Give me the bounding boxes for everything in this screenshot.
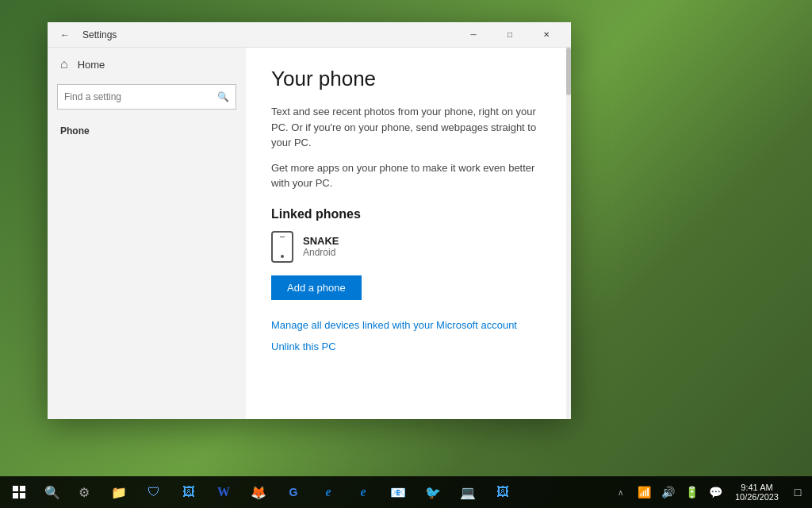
sidebar-search-box[interactable]: 🔍 — [57, 84, 236, 110]
manage-devices-link[interactable]: Manage all devices linked with your Micr… — [271, 319, 546, 331]
search-input[interactable] — [64, 91, 213, 102]
page-title: Your phone — [271, 67, 546, 91]
description-1: Text and see recent photos from your pho… — [271, 104, 546, 151]
close-button[interactable]: ✕ — [528, 22, 565, 48]
taskbar-photos-icon[interactable]: 🖼 — [171, 476, 206, 508]
window-titlebar: ← Settings ─ □ ✕ — [48, 22, 571, 48]
window-title: Settings — [82, 29, 455, 40]
tray-expand-icon[interactable]: ∧ — [610, 476, 632, 508]
sidebar-home-item[interactable]: ⌂ Home — [48, 48, 246, 81]
taskbar-settings-icon[interactable]: ⚙ — [67, 476, 102, 508]
phone-name: SNAKE — [303, 235, 339, 247]
unlink-pc-link[interactable]: Unlink this PC — [271, 341, 546, 352]
phone-entry: SNAKE Android — [271, 231, 546, 263]
window-body: ⌂ Home 🔍 Phone Your phone Text and see r… — [48, 48, 571, 419]
settings-window: ← Settings ─ □ ✕ ⌂ Home 🔍 Phone — [48, 22, 571, 419]
taskbar-search-icon: 🔍 — [44, 485, 60, 500]
linked-phones-title: Linked phones — [271, 207, 546, 221]
scrollbar-thumb[interactable] — [566, 48, 571, 95]
taskbar-word-icon[interactable]: W — [206, 476, 241, 508]
sidebar-section-phone: Phone — [48, 119, 246, 140]
sidebar: ⌂ Home 🔍 Phone — [48, 48, 246, 419]
back-button[interactable]: ← — [54, 24, 76, 46]
search-icon: 🔍 — [217, 91, 229, 102]
clock-date: 10/26/2023 — [735, 492, 779, 502]
sidebar-home-label: Home — [78, 59, 105, 71]
taskbar: 🔍 ⚙ 📁 🛡 🖼 W 🦊 G e e 📧 🐦 💻 🖼 ∧ 📶 🔊 🔋 💬 9:… — [0, 476, 812, 508]
back-icon: ← — [60, 29, 70, 40]
add-phone-button[interactable]: Add a phone — [271, 275, 362, 300]
home-icon: ⌂ — [60, 57, 68, 71]
taskbar-security-icon[interactable]: 🛡 — [136, 476, 171, 508]
taskbar-explorer-icon[interactable]: 📁 — [102, 476, 136, 508]
taskbar-app-icons: ⚙ 📁 🛡 🖼 W 🦊 G e e 📧 🐦 💻 🖼 — [67, 476, 610, 508]
taskbar-twitter-icon[interactable]: 🐦 — [416, 476, 450, 508]
taskbar-edge2-icon[interactable]: e — [346, 476, 381, 508]
tray-network-icon[interactable]: 📶 — [634, 476, 656, 508]
window-controls: ─ □ ✕ — [455, 22, 565, 48]
system-clock[interactable]: 9:41 AM 10/26/2023 — [729, 476, 785, 508]
main-content: Your phone Text and see recent photos fr… — [246, 48, 571, 419]
phone-icon — [271, 231, 293, 263]
taskbar-firefox-icon[interactable]: 🦊 — [241, 476, 276, 508]
taskbar-terminal-icon[interactable]: 💻 — [450, 476, 485, 508]
windows-icon — [13, 486, 25, 498]
system-tray: ∧ 📶 🔊 🔋 💬 9:41 AM 10/26/2023 □ — [610, 476, 812, 508]
description-2: Get more apps on your phone to make it w… — [271, 160, 546, 191]
tray-message-icon[interactable]: 💬 — [705, 476, 727, 508]
taskbar-edge-icon[interactable]: e — [311, 476, 346, 508]
tray-notification-icon[interactable]: □ — [787, 476, 809, 508]
taskbar-chrome-icon[interactable]: G — [276, 476, 311, 508]
phone-info: SNAKE Android — [303, 235, 339, 258]
tray-volume-icon[interactable]: 🔊 — [657, 476, 680, 508]
start-button[interactable] — [0, 476, 38, 508]
maximize-button[interactable]: □ — [492, 22, 528, 48]
taskbar-gallery-icon[interactable]: 🖼 — [485, 476, 520, 508]
scrollbar[interactable] — [566, 48, 571, 419]
minimize-button[interactable]: ─ — [455, 22, 492, 48]
clock-time: 9:41 AM — [741, 483, 772, 492]
taskbar-search-button[interactable]: 🔍 — [38, 476, 67, 508]
tray-battery-icon[interactable]: 🔋 — [681, 476, 703, 508]
taskbar-mail-icon[interactable]: 📧 — [381, 476, 416, 508]
phone-type: Android — [303, 247, 339, 258]
